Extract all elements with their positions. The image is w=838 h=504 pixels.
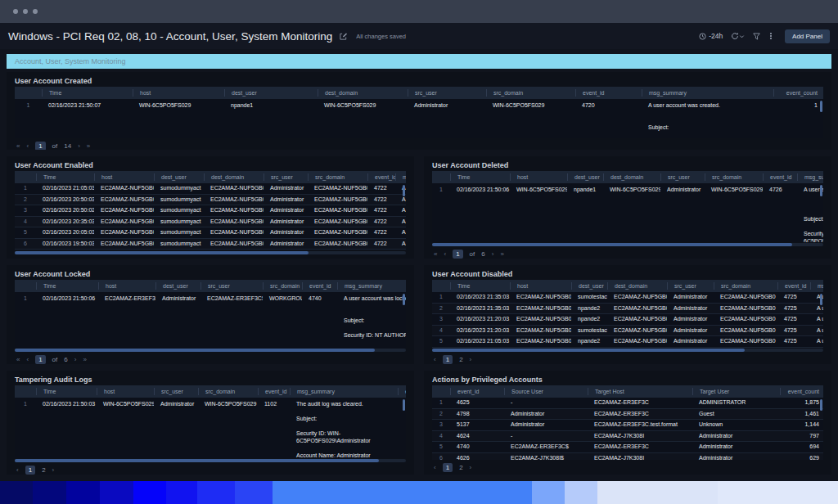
page-next-button[interactable]: ›	[78, 142, 80, 150]
column-header[interactable]: host	[133, 89, 224, 97]
vertical-scrollbar[interactable]	[403, 399, 405, 411]
column-header[interactable]: dest_domain	[603, 173, 660, 181]
column-header[interactable]	[15, 388, 36, 395]
page-first-button[interactable]: «	[16, 142, 20, 150]
column-header[interactable]: event_id	[777, 282, 810, 290]
vertical-scrollbar[interactable]	[403, 294, 405, 305]
page-prev-button[interactable]: ‹	[26, 142, 29, 150]
column-header[interactable]: dest_domain	[318, 89, 408, 97]
page-current[interactable]: 1	[35, 355, 45, 364]
column-header[interactable]: Target User	[692, 388, 780, 395]
column-header[interactable]: Time	[36, 173, 94, 181]
table-row[interactable]: 202/16/2023 20:50:03EC2AMAZ-NUF5GB0sumod…	[15, 195, 406, 206]
page-next-button[interactable]: ›	[74, 356, 77, 363]
column-header[interactable]: event_id	[450, 388, 504, 395]
column-header[interactable]: src_user	[660, 173, 705, 181]
column-header[interactable]: dest_user	[154, 173, 204, 181]
column-header[interactable]: Time	[450, 173, 510, 181]
column-header[interactable]: src_domain	[198, 388, 258, 395]
column-header[interactable]: event	[398, 388, 406, 395]
column-header[interactable]	[15, 282, 36, 290]
column-header[interactable]	[432, 282, 450, 290]
column-header[interactable]: event_count	[773, 89, 823, 97]
column-header[interactable]: src_domain	[263, 282, 302, 290]
page-current[interactable]: 1	[443, 355, 453, 364]
column-header[interactable]: Source User	[504, 388, 588, 395]
horizontal-scrollbar[interactable]	[15, 251, 309, 254]
column-header[interactable]: dest_user	[571, 282, 607, 290]
page-last-button[interactable]: »	[87, 142, 90, 150]
column-header[interactable]: host	[98, 282, 155, 290]
column-header[interactable]: msg_summary	[290, 388, 398, 395]
column-header[interactable]: ms	[395, 173, 406, 181]
column-header[interactable]: Time	[42, 89, 133, 97]
column-header[interactable]: event_id	[302, 282, 337, 290]
column-header[interactable]: msg_	[810, 282, 823, 290]
column-header[interactable]: dest_domain	[204, 173, 264, 181]
column-header[interactable]: src_domain	[705, 173, 763, 181]
page-prev-button[interactable]: ‹	[16, 466, 19, 474]
table-row[interactable]: 64626EC2AMAZ-J7K308I$EC2AMAZ-J7K308IAdmi…	[432, 453, 823, 461]
column-header[interactable]: event_count	[780, 388, 823, 395]
column-header[interactable]: Time	[36, 388, 97, 395]
column-header[interactable]	[15, 173, 36, 181]
table-row[interactable]: 302/16/2023 21:20:03EC2AMAZ-NUF5GB0npand…	[432, 314, 823, 326]
table-row[interactable]: 402/16/2023 20:35:03EC2AMAZ-NUF5GB0sumod…	[15, 217, 406, 228]
filter-button[interactable]	[753, 33, 760, 40]
column-header[interactable]: src_user	[154, 388, 198, 395]
add-panel-button[interactable]: Add Panel	[785, 29, 830, 43]
column-header[interactable]: src_user	[264, 173, 308, 181]
column-header[interactable]: dest_user	[224, 89, 318, 97]
table-row[interactable]: 24798AdministratorEC2AMAZ-ER3EF3CGuest1,…	[432, 409, 823, 421]
table-row[interactable]: 402/16/2023 21:20:03EC2AMAZ-NUF5GB0sumot…	[432, 326, 823, 337]
table-row[interactable]: 14625-EC2AMAZ-ER3EF3CADMINISTRATOR1,875	[432, 398, 823, 409]
column-header[interactable]: Target Host	[588, 388, 692, 395]
column-header[interactable]: src_domain	[714, 282, 777, 290]
refresh-button[interactable]	[731, 32, 745, 40]
column-header[interactable]: dest_user	[567, 173, 603, 181]
vertical-scrollbar[interactable]	[820, 294, 822, 305]
page-current[interactable]: 1	[443, 463, 453, 472]
vertical-scrollbar[interactable]	[820, 101, 822, 112]
page-last-button[interactable]: »	[83, 356, 86, 363]
page-last-button[interactable]: »	[500, 250, 503, 258]
page-button[interactable]: 2	[459, 464, 462, 471]
table-row[interactable]: 102/16/2023 21:50:03WIN-6C5PO5FS029Admin…	[15, 398, 406, 458]
kebab-menu-button[interactable]	[768, 33, 773, 39]
table-row[interactable]: 54740EC2AMAZ-ER3EF3C$EC2AMAZ-ER3EF3CAdmi…	[432, 442, 823, 453]
vertical-scrollbar[interactable]	[820, 399, 822, 411]
page-button[interactable]: 2	[459, 356, 462, 363]
table-row[interactable]: 44624-EC2AMAZ-J7K308IAdministrator797	[432, 431, 823, 443]
page-current[interactable]: 1	[453, 250, 462, 259]
table-row[interactable]: 35137AdministratorEC2AMAZ-ER3EF3C.test.f…	[432, 420, 823, 431]
column-header[interactable]: host	[94, 173, 154, 181]
column-header[interactable]: src_user	[667, 282, 714, 290]
column-header[interactable]: src_user	[200, 282, 263, 290]
column-header[interactable]: msg_summ	[797, 173, 823, 181]
table-row[interactable]: 502/16/2023 20:05:03EC2AMAZ-NUF5GB0sumod…	[15, 227, 406, 239]
page-first-button[interactable]: «	[434, 250, 437, 258]
column-header[interactable]: msg_summary	[337, 282, 406, 290]
vertical-scrollbar[interactable]	[820, 185, 822, 196]
column-header[interactable]: Time	[36, 282, 98, 290]
table-row[interactable]: 102/16/2023 21:50:07WIN-6C5PO5FS029npand…	[15, 99, 823, 138]
page-prev-button[interactable]: ‹	[434, 356, 436, 363]
table-row[interactable]: 602/16/2023 19:50:03EC2AMAZ-NUF5GB0sumod…	[15, 239, 406, 250]
time-range-button[interactable]: -24h	[699, 32, 723, 40]
page-current[interactable]: 1	[25, 466, 35, 475]
vertical-scrollbar[interactable]	[403, 185, 405, 196]
column-header[interactable]: event_id	[367, 173, 395, 181]
column-header[interactable]: host	[97, 388, 154, 395]
page-next-button[interactable]: ›	[470, 464, 472, 471]
page-prev-button[interactable]: ‹	[434, 464, 436, 471]
table-row[interactable]: 302/16/2023 20:50:02EC2AMAZ-NUF5GB0sumod…	[15, 205, 406, 217]
table-row[interactable]: 502/16/2023 21:05:03EC2AMAZ-NUF5GB0npand…	[432, 336, 823, 348]
column-header[interactable]: event_id	[258, 388, 290, 395]
column-header[interactable]: host	[510, 173, 567, 181]
page-next-button[interactable]: ›	[492, 250, 494, 258]
table-row[interactable]: 102/16/2023 21:50:06EC2AMAZ-ER3EF3CAdmin…	[15, 292, 406, 348]
column-header[interactable]: src_user	[408, 89, 486, 97]
column-header[interactable]: Time	[450, 282, 510, 290]
table-row[interactable]: 202/16/2023 21:35:03EC2AMAZ-NUF5GB0npand…	[432, 304, 823, 315]
column-header[interactable]: src_domain	[486, 89, 575, 97]
